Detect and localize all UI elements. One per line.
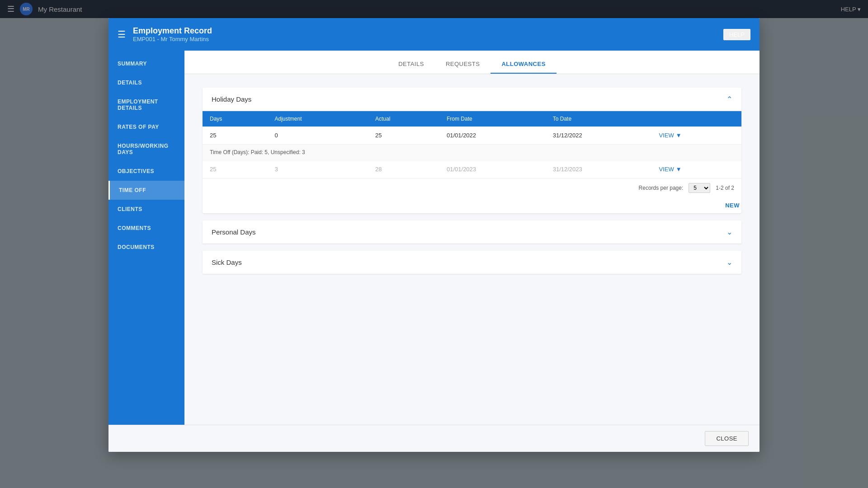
- col-from-date: From Date: [439, 111, 546, 127]
- table-info-row: Time Off (Days): Paid: 5, Unspecified: 3: [203, 145, 741, 160]
- sidebar: SUMMARY DETAILS EMPLOYMENT DETAILS RATES…: [108, 51, 184, 425]
- row1-adjustment: 0: [267, 127, 368, 145]
- personal-days-title: Personal Days: [212, 228, 256, 236]
- row1-view-chevron: ▼: [676, 132, 682, 139]
- row1-action: VIEW ▼: [651, 127, 741, 145]
- modal-header-titles: Employment Record EMP001 - Mr Tommy Mart…: [133, 26, 212, 42]
- records-count: 1-2 of 2: [716, 185, 734, 191]
- sick-days-title: Sick Days: [212, 258, 242, 266]
- modal: ☰ Employment Record EMP001 - Mr Tommy Ma…: [108, 18, 760, 452]
- col-to-date: To Date: [546, 111, 652, 127]
- sick-days-section: Sick Days ⌄: [203, 251, 741, 274]
- sick-days-header: Sick Days ⌄: [203, 251, 741, 274]
- holiday-days-chevron-up[interactable]: ⌃: [726, 95, 732, 103]
- sidebar-item-hours-working-days[interactable]: HOURS/WORKING DAYS: [108, 136, 184, 162]
- row1-from-date: 01/01/2022: [439, 127, 546, 145]
- tab-requests[interactable]: REQUESTS: [435, 54, 491, 74]
- row2-action: VIEW ▼: [651, 160, 741, 178]
- main-content: Holiday Days ⌃ Days Adjustment Actu: [184, 74, 760, 295]
- records-per-page-label: Records per page:: [639, 185, 684, 191]
- col-adjustment: Adjustment: [267, 111, 368, 127]
- row2-adjustment: 3: [267, 160, 368, 178]
- modal-subtitle: EMP001 - Mr Tommy Martins: [133, 36, 212, 42]
- row2-view-chevron: ▼: [676, 166, 682, 173]
- sidebar-item-rates-of-pay[interactable]: RATES OF PAY: [108, 117, 184, 136]
- col-action: [651, 111, 741, 127]
- table-row: 25 3 28 01/01/2023 31/12/2023 VIEW: [203, 160, 741, 178]
- sidebar-item-time-off[interactable]: TIME OFF: [108, 181, 184, 200]
- tab-details[interactable]: DETAILS: [387, 54, 435, 74]
- sidebar-item-documents[interactable]: DOCUMENTS: [108, 238, 184, 257]
- personal-days-chevron[interactable]: ⌄: [726, 228, 732, 236]
- holiday-days-title: Holiday Days: [212, 95, 251, 103]
- modal-footer: CLOSE: [108, 425, 760, 452]
- row2-view-label: VIEW: [659, 166, 674, 173]
- sick-days-chevron[interactable]: ⌄: [726, 258, 732, 267]
- holiday-days-table: Days Adjustment Actual From Date To Date: [203, 111, 741, 178]
- sidebar-item-clients[interactable]: CLIENTS: [108, 200, 184, 219]
- tabs-bar: DETAILS REQUESTS ALLOWANCES: [184, 51, 760, 74]
- row1-actual: 25: [368, 127, 439, 145]
- row2-to-date: 31/12/2023: [546, 160, 652, 178]
- row2-actual: 28: [368, 160, 439, 178]
- row2-from-date: 01/01/2023: [439, 160, 546, 178]
- sidebar-item-comments[interactable]: COMMENTS: [108, 219, 184, 238]
- row1-to-date: 31/12/2022: [546, 127, 652, 145]
- sidebar-item-summary[interactable]: SUMMARY: [108, 54, 184, 73]
- modal-header: ☰ Employment Record EMP001 - Mr Tommy Ma…: [108, 18, 760, 51]
- modal-menu-icon[interactable]: ☰: [118, 29, 126, 40]
- col-days: Days: [203, 111, 267, 127]
- row1-view-label: VIEW: [659, 132, 674, 139]
- row1-days: 25: [203, 127, 267, 145]
- sidebar-item-employment-details[interactable]: EMPLOYMENT DETAILS: [108, 92, 184, 117]
- modal-header-left: ☰ Employment Record EMP001 - Mr Tommy Ma…: [118, 26, 212, 42]
- modal-help-button[interactable]: HELP: [723, 29, 750, 40]
- new-btn-row: NEW: [203, 197, 741, 213]
- tab-allowances[interactable]: ALLOWANCES: [491, 54, 556, 74]
- records-per-page-select[interactable]: 5 10 25: [689, 183, 710, 193]
- personal-days-header: Personal Days ⌄: [203, 221, 741, 244]
- new-button[interactable]: NEW: [725, 202, 740, 209]
- close-button[interactable]: CLOSE: [705, 431, 749, 446]
- row2-days: 25: [203, 160, 267, 178]
- row1-view-button[interactable]: VIEW ▼: [659, 132, 734, 139]
- col-actual: Actual: [368, 111, 439, 127]
- row2-view-button[interactable]: VIEW ▼: [659, 166, 734, 173]
- holiday-days-section: Holiday Days ⌃ Days Adjustment Actu: [203, 88, 741, 213]
- modal-title: Employment Record: [133, 26, 212, 36]
- table-body: 25 0 25 01/01/2022 31/12/2022 VIEW: [203, 127, 741, 178]
- modal-overlay: ☰ Employment Record EMP001 - Mr Tommy Ma…: [0, 0, 868, 488]
- content-area: DETAILS REQUESTS ALLOWANCES Holiday Days…: [184, 51, 760, 425]
- modal-body: SUMMARY DETAILS EMPLOYMENT DETAILS RATES…: [108, 51, 760, 425]
- personal-days-section: Personal Days ⌄: [203, 221, 741, 244]
- sidebar-item-objectives[interactable]: OBJECTIVES: [108, 162, 184, 181]
- sidebar-item-details[interactable]: DETAILS: [108, 73, 184, 92]
- table-header: Days Adjustment Actual From Date To Date: [203, 111, 741, 127]
- row1-info: Time Off (Days): Paid: 5, Unspecified: 3: [203, 145, 741, 160]
- holiday-days-table-wrapper: Days Adjustment Actual From Date To Date: [203, 111, 741, 197]
- table-row: 25 0 25 01/01/2022 31/12/2022 VIEW: [203, 127, 741, 145]
- holiday-days-header: Holiday Days ⌃: [203, 88, 741, 111]
- table-footer: Records per page: 5 10 25 1-2 of 2: [203, 178, 741, 197]
